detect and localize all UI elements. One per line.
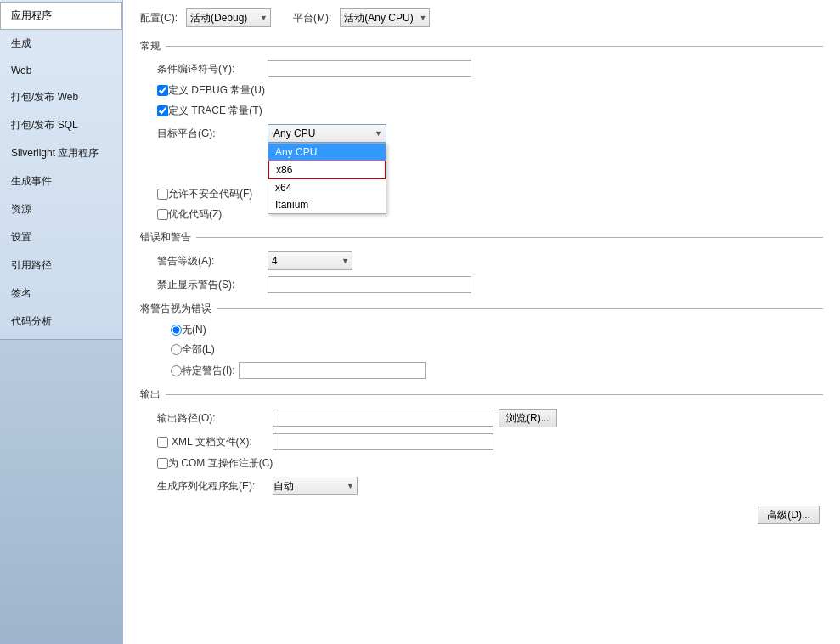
com-register-label: 为 COM 互操作注册(C): [168, 456, 273, 471]
optimize-label: 优化代码(Z): [168, 207, 222, 222]
platform-option-itanium[interactable]: Itanium: [268, 196, 386, 213]
sidebar-item-silverlight[interactable]: Silverlight 应用程序: [0, 139, 122, 167]
com-register-checkbox[interactable]: [157, 458, 168, 469]
radio-none-row: 无(N): [140, 323, 823, 337]
com-register-row: 为 COM 互操作注册(C): [140, 456, 823, 471]
sidebar-item-build[interactable]: 生成: [0, 30, 122, 58]
conditional-symbol-row: 条件编译符号(Y):: [140, 60, 823, 77]
platform-option-x64[interactable]: x64: [268, 179, 386, 196]
platform-option-any-cpu[interactable]: Any CPU: [268, 144, 386, 161]
optimize-checkbox[interactable]: [157, 209, 168, 220]
warning-level-row: 警告等级(A): 4 0 1 2 3: [140, 251, 823, 270]
define-trace-label: 定义 TRACE 常量(T): [168, 104, 262, 118]
warning-level-label: 警告等级(A):: [157, 254, 268, 268]
platform-dropdown-list: Any CPU x86 x64 Itanium: [268, 143, 386, 214]
radio-all-label: 全部(L): [182, 342, 215, 357]
conditional-symbol-label: 条件编译符号(Y):: [157, 62, 268, 76]
sidebar-item-code-analysis[interactable]: 代码分析: [0, 308, 122, 336]
sidebar-item-build-events[interactable]: 生成事件: [0, 167, 122, 195]
radio-none-label: 无(N): [182, 323, 206, 337]
browse-button[interactable]: 浏览(R)...: [499, 409, 557, 427]
sidebar: 应用程序 生成 Web 打包/发布 Web 打包/发布 SQL Silverli…: [0, 0, 123, 644]
define-debug-label: 定义 DEBUG 常量(U): [168, 83, 265, 98]
advanced-button[interactable]: 高级(D)...: [758, 506, 820, 524]
general-section-header: 常规: [140, 39, 823, 54]
target-platform-label: 目标平台(G):: [157, 127, 268, 141]
sidebar-bottom: [0, 339, 122, 644]
config-dropdown[interactable]: 活动(Debug): [186, 8, 271, 27]
top-bar: 配置(C): 活动(Debug) 平台(M): 活动(Any CPU): [140, 8, 823, 27]
allow-unsafe-row: 允许不安全代码(F): [140, 187, 823, 201]
radio-specific[interactable]: [171, 365, 182, 376]
platform-option-x86[interactable]: x86: [268, 161, 386, 179]
sidebar-item-settings[interactable]: 设置: [0, 223, 122, 251]
define-trace-checkbox[interactable]: [157, 105, 168, 116]
platform-config-select[interactable]: 活动(Any CPU): [340, 8, 430, 27]
suppress-warnings-row: 禁止显示警告(S):: [140, 276, 823, 293]
bottom-bar: 高级(D)...: [140, 506, 823, 524]
define-debug-row: 定义 DEBUG 常量(U): [140, 83, 823, 98]
sidebar-item-resources[interactable]: 资源: [0, 195, 122, 223]
xml-doc-label: XML 文档文件(X):: [157, 435, 268, 449]
treat-warnings-section-header: 将警告视为错误: [140, 302, 823, 316]
specific-warnings-input[interactable]: [239, 362, 426, 379]
xml-doc-input[interactable]: [273, 433, 493, 450]
xml-doc-checkbox[interactable]: [157, 437, 168, 448]
radio-all-row: 全部(L): [140, 342, 823, 357]
sidebar-item-application[interactable]: 应用程序: [0, 2, 122, 30]
errors-warnings-section-header: 错误和警告: [140, 230, 823, 245]
main-content: 配置(C): 活动(Debug) 平台(M): 活动(Any CPU) 常规 条…: [123, 0, 840, 644]
sidebar-item-web[interactable]: Web: [0, 58, 122, 83]
allow-unsafe-label: 允许不安全代码(F): [168, 187, 252, 201]
radio-specific-label: 特定警告(I):: [182, 364, 235, 378]
output-path-input[interactable]: bin\: [273, 410, 493, 427]
define-debug-checkbox[interactable]: [157, 85, 168, 96]
target-platform-dropdown-wrapper[interactable]: Any CPU Any CPU x86 x64 Itanium: [268, 124, 386, 143]
target-platform-select-btn[interactable]: Any CPU: [268, 124, 386, 143]
output-path-label: 输出路径(O):: [157, 411, 268, 426]
suppress-warnings-label: 禁止显示警告(S):: [157, 278, 268, 292]
xml-doc-row: XML 文档文件(X):: [140, 433, 823, 450]
config-label: 配置(C):: [140, 11, 178, 25]
output-path-row: 输出路径(O): bin\ 浏览(R)...: [140, 409, 823, 427]
output-section-header: 输出: [140, 387, 823, 402]
allow-unsafe-checkbox[interactable]: [157, 189, 168, 200]
sidebar-item-publish-web[interactable]: 打包/发布 Web: [0, 83, 122, 111]
radio-none[interactable]: [171, 325, 182, 336]
serialization-select[interactable]: 自动 开 关: [273, 477, 358, 495]
serialization-label: 生成序列化程序集(E):: [157, 479, 268, 494]
sidebar-item-reference-paths[interactable]: 引用路径: [0, 251, 122, 280]
sidebar-item-signing[interactable]: 签名: [0, 280, 122, 308]
radio-all[interactable]: [171, 344, 182, 355]
suppress-warnings-input[interactable]: [268, 276, 471, 293]
warning-level-dropdown[interactable]: 4 0 1 2 3: [268, 251, 352, 270]
warning-level-select[interactable]: 4 0 1 2 3: [268, 251, 352, 270]
config-select[interactable]: 活动(Debug): [186, 8, 271, 27]
conditional-symbol-input[interactable]: [268, 60, 471, 77]
define-trace-row: 定义 TRACE 常量(T): [140, 104, 823, 118]
platform-config-dropdown[interactable]: 活动(Any CPU): [340, 8, 430, 27]
serialization-dropdown[interactable]: 自动 开 关: [273, 477, 358, 495]
radio-specific-row: 特定警告(I):: [140, 362, 823, 379]
sidebar-item-publish-sql[interactable]: 打包/发布 SQL: [0, 111, 122, 139]
platform-label: 平台(M):: [293, 11, 331, 25]
target-platform-row: 目标平台(G): Any CPU Any CPU x86 x64 Itanium: [140, 124, 823, 143]
optimize-row: 优化代码(Z): [140, 207, 823, 222]
serialization-row: 生成序列化程序集(E): 自动 开 关: [140, 477, 823, 495]
